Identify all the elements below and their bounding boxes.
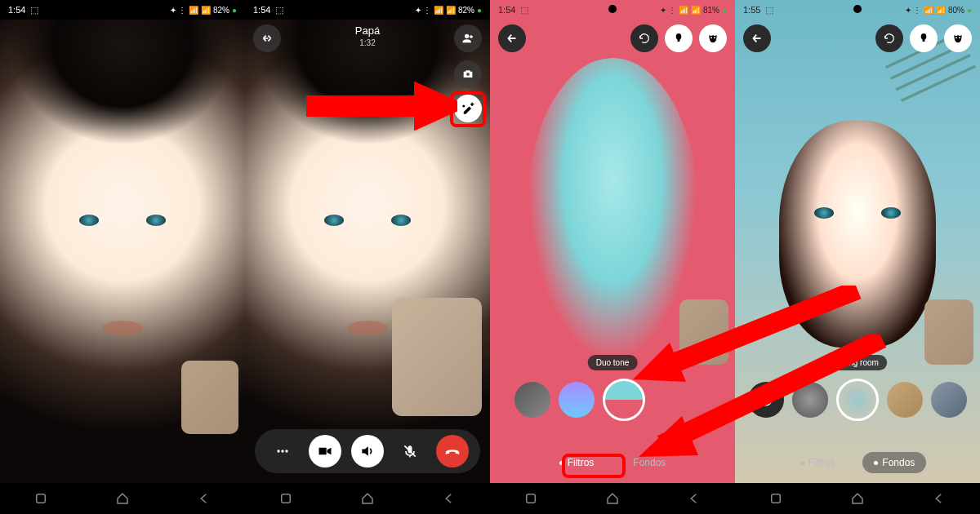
switch-camera-button[interactable] — [454, 60, 482, 88]
status-icons: ✦ ⋮ 📶 📶 — [415, 6, 456, 15]
speaker-button[interactable] — [351, 435, 384, 467]
svg-point-5 — [281, 450, 283, 452]
tutorial-arrow-to-effects — [302, 82, 457, 131]
self-video-pip[interactable] — [392, 298, 482, 416]
add-person-button[interactable] — [454, 24, 482, 52]
filter-swatch[interactable] — [514, 382, 550, 418]
reset-button[interactable] — [630, 24, 658, 52]
screenshot-panel-2: 1:54 ⬚ ✦ ⋮ 📶 📶 82% ● Papá 1:32 — [245, 0, 490, 514]
nav-back-icon[interactable] — [442, 491, 457, 506]
call-top-controls: Papá 1:32 — [245, 24, 490, 52]
status-rec-icon: ⬚ — [275, 5, 283, 16]
svg-point-9 — [710, 37, 712, 38]
back-button[interactable] — [743, 24, 771, 52]
camera-notch — [608, 5, 617, 13]
status-dot: ● — [232, 6, 237, 15]
self-video-pip[interactable] — [181, 361, 238, 434]
svg-point-12 — [956, 37, 957, 38]
system-nav-bar — [490, 483, 735, 514]
nav-home-icon[interactable] — [115, 491, 130, 506]
svg-point-2 — [466, 73, 470, 76]
svg-point-1 — [465, 34, 469, 38]
filter-swatch[interactable] — [559, 382, 595, 418]
nav-home-icon[interactable] — [850, 491, 865, 506]
svg-point-13 — [959, 37, 960, 38]
bg-swatch[interactable] — [887, 382, 923, 418]
camera-notch — [363, 5, 372, 13]
reset-button[interactable] — [875, 24, 903, 52]
light-button[interactable] — [910, 24, 938, 52]
status-rec-icon: ⬚ — [520, 5, 528, 16]
effects-header — [735, 24, 980, 52]
svg-rect-15 — [772, 494, 781, 503]
status-dot: ● — [722, 6, 727, 15]
light-button[interactable] — [665, 24, 693, 52]
contact-name: Papá — [355, 24, 380, 37]
nav-back-icon[interactable] — [197, 491, 212, 506]
back-button[interactable] — [498, 24, 526, 52]
status-rec-icon: ⬚ — [30, 5, 38, 16]
nav-home-icon[interactable] — [360, 491, 375, 506]
tutorial-arrow-to-tab — [629, 335, 890, 465]
status-dot: ● — [477, 6, 482, 15]
svg-point-6 — [285, 450, 287, 452]
nav-recents-icon[interactable] — [33, 491, 48, 506]
camera-toggle-button[interactable] — [309, 435, 341, 467]
camera-notch — [118, 5, 127, 13]
status-battery: 81% — [703, 6, 719, 15]
svg-rect-11 — [527, 494, 536, 503]
nav-recents-icon[interactable] — [278, 491, 293, 506]
status-icons: ✦ ⋮ 📶 📶 — [905, 6, 946, 15]
system-nav-bar — [735, 483, 980, 514]
contact-info: Papá 1:32 — [355, 24, 380, 47]
bg-swatch[interactable] — [931, 382, 967, 418]
status-icons: ✦ ⋮ 📶 📶 — [170, 6, 211, 15]
video-area — [0, 20, 245, 483]
hangup-button[interactable] — [436, 435, 469, 467]
status-battery: 82% — [458, 6, 474, 15]
status-dot: ● — [967, 6, 972, 15]
status-time: 1:54 — [498, 5, 515, 15]
nav-home-icon[interactable] — [605, 491, 620, 506]
status-rec-icon: ⬚ — [765, 5, 773, 16]
effects-header — [490, 24, 735, 52]
mask-button[interactable] — [944, 24, 972, 52]
status-time: 1:54 — [8, 5, 25, 15]
svg-point-4 — [277, 450, 279, 452]
status-icons: ✦ ⋮ 📶 📶 — [660, 6, 701, 15]
nav-back-icon[interactable] — [687, 491, 702, 506]
svg-point-10 — [714, 37, 715, 38]
svg-rect-8 — [282, 494, 291, 503]
call-action-bar — [255, 429, 480, 473]
camera-notch — [853, 5, 862, 13]
mute-button[interactable] — [394, 435, 426, 467]
system-nav-bar — [245, 483, 490, 514]
nav-recents-icon[interactable] — [768, 491, 783, 506]
svg-rect-0 — [37, 494, 46, 503]
call-duration: 1:32 — [355, 38, 380, 47]
nav-back-icon[interactable] — [932, 491, 947, 506]
status-battery: 82% — [213, 6, 229, 15]
self-video-pip[interactable] — [924, 299, 973, 365]
mask-button[interactable] — [699, 24, 727, 52]
status-time: 1:54 — [253, 5, 270, 15]
more-button[interactable] — [266, 435, 299, 467]
minimize-button[interactable] — [253, 24, 281, 52]
screenshot-panel-1: 1:54 ⬚ ✦ ⋮ 📶 📶 82% ● — [0, 0, 245, 514]
nav-recents-icon[interactable] — [523, 491, 538, 506]
status-time: 1:55 — [743, 5, 760, 15]
status-battery: 80% — [948, 6, 964, 15]
tutorial-highlight-filtros — [562, 454, 626, 478]
system-nav-bar — [0, 483, 245, 514]
